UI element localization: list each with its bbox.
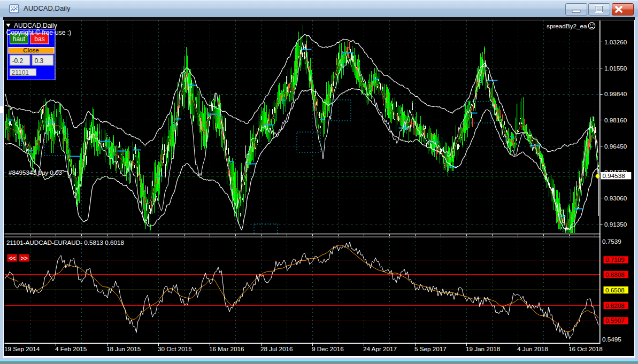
svg-text:28 Jul 2016: 28 Jul 2016 — [260, 345, 293, 352]
svg-text:21101: 21101 — [12, 69, 29, 76]
svg-text:0.6808: 0.6808 — [605, 271, 625, 278]
svg-text:<<: << — [9, 255, 16, 261]
svg-text:19 Sep 2014: 19 Sep 2014 — [4, 345, 40, 352]
svg-text:Close: Close — [23, 47, 39, 53]
svg-text:0.91350: 0.91350 — [604, 221, 627, 228]
svg-text:0.7539: 0.7539 — [602, 238, 621, 245]
svg-text:0.99840: 0.99840 — [604, 90, 627, 97]
svg-text:1.03260: 1.03260 — [604, 38, 627, 45]
svg-text:19 Jan 2018: 19 Jan 2018 — [466, 345, 500, 352]
svg-text:0.7109: 0.7109 — [605, 256, 625, 263]
svg-text:1.01550: 1.01550 — [604, 65, 627, 72]
svg-text:bas: bas — [34, 35, 44, 43]
svg-text:4 Jun 2018: 4 Jun 2018 — [517, 345, 548, 352]
svg-text:5 Sep 2017: 5 Sep 2017 — [414, 345, 447, 352]
svg-text:0.5495: 0.5495 — [602, 336, 621, 343]
svg-text:-0.2: -0.2 — [12, 57, 24, 65]
svg-text:30 Oct 2015: 30 Oct 2015 — [158, 345, 192, 352]
svg-text:24 Apr 2017: 24 Apr 2017 — [363, 345, 397, 352]
svg-text:0.3: 0.3 — [35, 57, 44, 65]
svg-text:spreadBy2_ea: spreadBy2_ea — [547, 22, 587, 29]
svg-text:>>: >> — [21, 255, 28, 261]
svg-text:9 Dec 2016: 9 Dec 2016 — [312, 345, 344, 352]
svg-text:Copyright © free-use :): Copyright © free-use :) — [6, 29, 72, 36]
svg-text:16 Mar 2016: 16 Mar 2016 — [209, 345, 244, 352]
svg-text:0.6208: 0.6208 — [605, 302, 625, 309]
svg-text:0.93060: 0.93060 — [604, 195, 627, 202]
svg-text:4 Feb 2015: 4 Feb 2015 — [55, 345, 87, 352]
svg-text:18 Jun 2015: 18 Jun 2015 — [106, 345, 141, 352]
svg-text:0.96450: 0.96450 — [604, 143, 627, 150]
svg-text:0.6508: 0.6508 — [605, 286, 625, 293]
svg-text:0.98160: 0.98160 — [604, 117, 627, 123]
svg-text:haut: haut — [13, 35, 26, 43]
svg-text:21101-AUDCAD-EURAUD- 0.5813 0.: 21101-AUDCAD-EURAUD- 0.5813 0.6018 — [6, 239, 124, 246]
svg-text:#8495343 buy 0.03: #8495343 buy 0.03 — [9, 169, 62, 176]
svg-text:16 Oct 2018: 16 Oct 2018 — [568, 345, 603, 352]
svg-text:0.94538: 0.94538 — [603, 172, 625, 179]
svg-text:0.5907: 0.5907 — [605, 317, 625, 324]
